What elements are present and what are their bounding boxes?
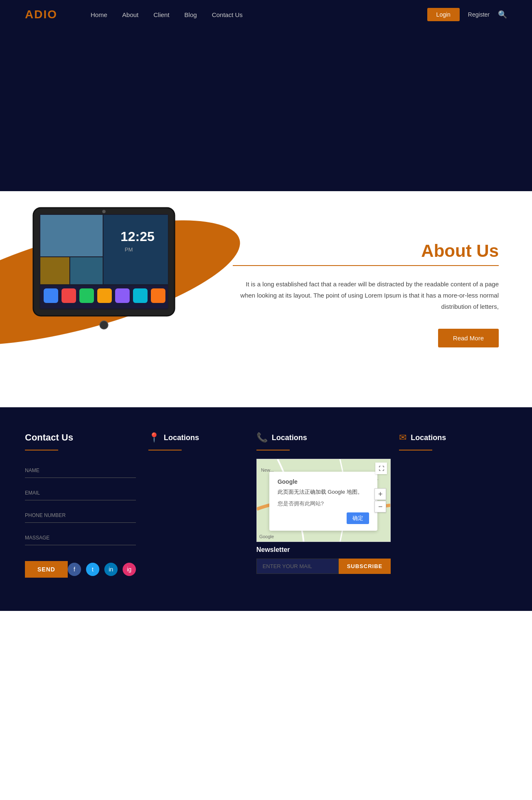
map-zoom-out[interactable]: − [374,501,386,512]
google-error-dialog: Google 此页面无法正确加载 Google 地图。 您是否拥有此网站? 确定 [269,472,377,531]
instagram-icon[interactable]: ig [123,563,136,576]
register-button[interactable]: Register [468,11,490,18]
twitter-icon[interactable]: t [86,563,99,576]
svg-rect-12 [79,288,94,303]
google-error-title: Google [278,478,369,485]
newsletter-row: SUBSCRIBE [256,559,391,574]
google-error-sub: 您是否拥有此网站? [278,500,369,507]
loc3-title: Locations [411,433,446,442]
contact-form [25,463,136,553]
svg-text:PM: PM [125,246,133,253]
map-placeholder: New... Valley F... Google 此页面无法正确加载 Goog… [257,459,391,542]
svg-rect-4 [40,257,69,284]
linkedin-icon[interactable]: in [104,563,118,576]
loc2-header: 📞 Locations [256,432,391,443]
locations-col-2: 📞 Locations New... Valley F... [256,432,399,578]
name-field[interactable] [25,463,136,478]
svg-rect-11 [62,288,76,303]
svg-rect-16 [151,288,165,303]
map-fullscreen-button[interactable]: ⛶ [375,463,387,474]
facebook-icon[interactable]: f [68,563,81,576]
about-content: About Us It is a long established fact t… [233,224,499,347]
login-button[interactable]: Login [427,8,460,21]
contact-title: Contact Us [25,432,136,443]
nav-client[interactable]: Client [153,11,169,18]
about-title-main: About [421,241,476,261]
loc1-divider [148,450,182,450]
google-confirm-button[interactable]: 确定 [347,512,369,524]
message-field[interactable] [25,530,136,545]
loc3-divider [399,450,432,450]
svg-rect-14 [115,288,130,303]
newsletter-input[interactable] [256,559,339,574]
social-icons: f t in ig [68,563,136,576]
read-more-button[interactable]: Read More [438,329,499,347]
logo-ad: AD [25,8,43,21]
footer-send-row: SEND f t in ig [25,561,136,578]
google-error-text: 此页面无法正确加载 Google 地图。 [278,488,369,496]
contact-col: Contact Us SEND f t in ig [25,432,148,578]
footer-top: Contact Us SEND f t in ig 📍 [25,432,507,578]
logo-io: IO [43,8,57,21]
email-field[interactable] [25,485,136,500]
tablet-illustration: 12:25 PM [25,204,200,345]
tablet-svg: 12:25 PM [25,204,200,341]
svg-point-17 [102,210,106,213]
hero-section [0,29,532,191]
location-pin-icon: 📍 [148,432,160,443]
header: ADIO Home About Client Blog Contact Us L… [0,0,532,29]
map-zoom-in[interactable]: + [374,488,386,500]
nav-about[interactable]: About [122,11,138,18]
svg-text:12:25: 12:25 [121,229,155,244]
loc2-title: Locations [272,433,307,442]
svg-rect-10 [44,288,58,303]
footer: Contact Us SEND f t in ig 📍 [0,407,532,611]
email-icon: ✉ [399,432,406,443]
nav-blog[interactable]: Blog [185,11,197,18]
about-divider [233,265,499,266]
nav-home[interactable]: Home [91,11,107,18]
loc3-header: ✉ Locations [399,432,499,443]
about-section: 12:25 PM About Us It is a long establish… [0,191,532,407]
about-title: About Us [233,241,499,261]
loc1-title: Locations [164,433,199,442]
svg-rect-13 [97,288,112,303]
newsletter-section: Newsletter SUBSCRIBE [256,546,391,574]
phone-icon: 📞 [256,432,268,443]
google-logo: Google [259,534,274,539]
map-container: New... Valley F... Google 此页面无法正确加载 Goog… [256,459,391,542]
locations-col-1: 📍 Locations [148,432,256,578]
about-text: It is a long established fact that a rea… [233,278,499,312]
subscribe-button[interactable]: SUBSCRIBE [339,559,391,574]
about-title-accent: Us [476,241,499,261]
nav: Home About Client Blog Contact Us [91,11,243,18]
svg-rect-5 [70,257,103,284]
locations-col-3: ✉ Locations [399,432,507,578]
svg-point-2 [100,321,108,329]
phone-field[interactable] [25,508,136,523]
newsletter-title: Newsletter [256,546,391,554]
loc2-divider [256,450,290,450]
loc1-header: 📍 Locations [148,432,248,443]
nav-contact[interactable]: Contact Us [212,11,243,18]
logo: ADIO [25,8,57,21]
contact-divider [25,450,58,450]
map-zoom-controls: + − [374,488,386,512]
svg-rect-15 [133,288,148,303]
svg-rect-3 [40,215,103,256]
send-button[interactable]: SEND [25,561,68,578]
svg-rect-6 [103,215,168,284]
header-right: Login Register 🔍 [427,8,507,21]
search-icon[interactable]: 🔍 [498,10,507,19]
